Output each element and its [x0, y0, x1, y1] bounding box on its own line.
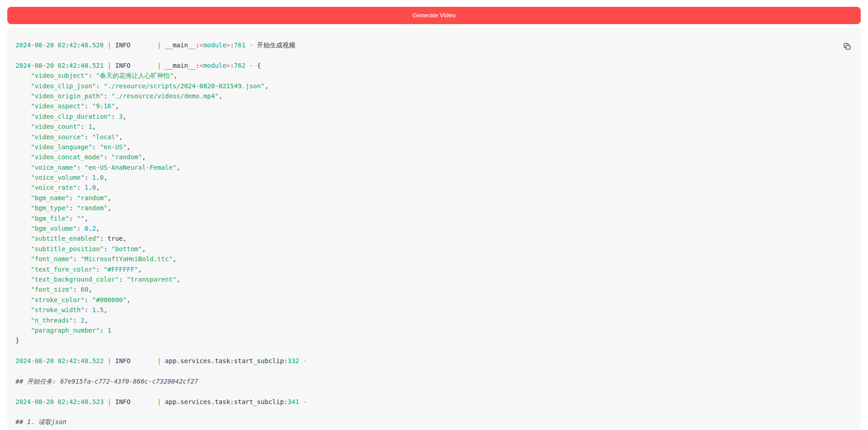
log-line: ## 1. 读取json — [15, 417, 852, 427]
log-line: "voice_name": "en-US-AnaNeural-Female", — [15, 162, 852, 172]
log-line: "stroke_width": 1.5, — [15, 305, 852, 315]
log-line: "paragraph_number": 1 — [15, 325, 852, 335]
log-line: "video_origin_path": "./resource/videos/… — [15, 91, 852, 101]
log-line — [15, 407, 852, 417]
log-output-panel: 2024-08-20 02:42:48.520 | INFO | __main_… — [7, 27, 861, 430]
log-line: ## 开始任务: 67e915fa-c772-43f0-866c-c732804… — [15, 376, 852, 386]
log-line: 2024-08-20 02:42:48.522 | INFO | app.ser… — [15, 356, 852, 366]
copy-icon — [842, 42, 853, 51]
log-line: "bgm_type": "random", — [15, 203, 852, 213]
log-line: "video_aspect": "9:16", — [15, 101, 852, 111]
log-line: "video_language": "en-US", — [15, 142, 852, 152]
log-line — [15, 386, 852, 396]
log-line: "video_clip_duration": 3, — [15, 111, 852, 121]
log-lines: 2024-08-20 02:42:48.520 | INFO | __main_… — [15, 40, 852, 427]
app-root: Generate Video 2024-08-20 02:42:48.520 |… — [0, 7, 868, 430]
log-line: "font_size": 60, — [15, 284, 852, 294]
log-line: "video_subject": "春天的花海让人心旷神怡", — [15, 71, 852, 81]
log-line: 2024-08-20 02:42:48.520 | INFO | __main_… — [15, 40, 852, 50]
log-line: 2024-08-20 02:42:48.521 | INFO | __main_… — [15, 61, 852, 71]
log-line: "text_fore_color": "#FFFFFF", — [15, 264, 852, 274]
log-line — [15, 50, 852, 60]
log-line: "bgm_file": "", — [15, 213, 852, 223]
generate-video-button[interactable]: Generate Video — [7, 7, 861, 24]
log-line: "video_count": 1, — [15, 121, 852, 132]
log-line: "font_name": "MicrosoftYaHeiBold.ttc", — [15, 254, 852, 264]
log-line: "text_background_color": "transparent", — [15, 274, 852, 284]
log-line: "stroke_color": "#000000", — [15, 295, 852, 305]
copy-button[interactable] — [842, 41, 853, 52]
log-line: "voice_volume": 1.0, — [15, 172, 852, 182]
log-line — [15, 366, 852, 376]
log-line: 2024-08-20 02:42:48.523 | INFO | app.ser… — [15, 397, 852, 407]
log-line: "video_clip_json": "./resource/scripts/2… — [15, 81, 852, 91]
log-line: } — [15, 335, 852, 345]
log-line: "subtitle_enabled": true, — [15, 233, 852, 243]
log-line: "video_source": "local", — [15, 132, 852, 142]
log-line — [15, 346, 852, 356]
log-line: "voice_rate": 1.0, — [15, 182, 852, 192]
log-line: "bgm_volume": 0.2, — [15, 223, 852, 233]
log-line: "subtitle_position": "bottom", — [15, 244, 852, 254]
log-line: "n_threads": 2, — [15, 315, 852, 325]
log-line: "video_concat_mode": "random", — [15, 152, 852, 162]
log-line: "bgm_name": "random", — [15, 193, 852, 203]
